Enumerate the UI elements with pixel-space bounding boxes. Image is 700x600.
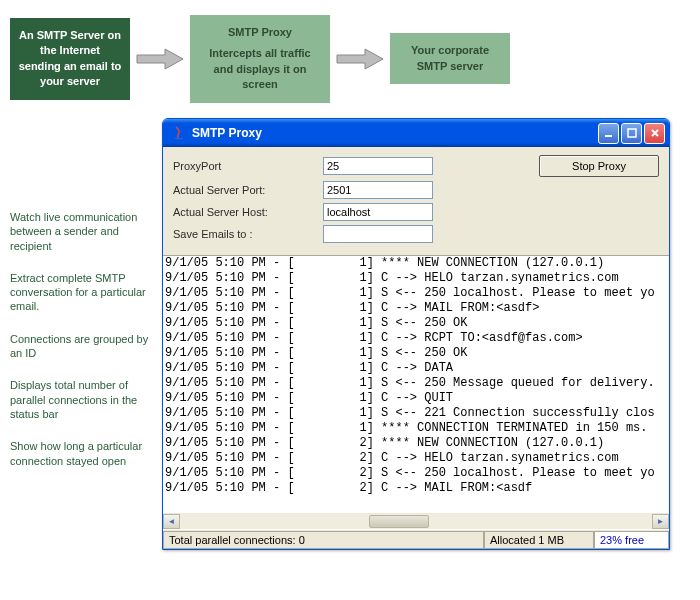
proxy-port-label: ProxyPort [173,160,323,172]
flow-box-proxy-body: Intercepts all traffic and displays it o… [198,46,322,92]
flow-box-proxy: SMTP Proxy Intercepts all traffic and di… [190,15,330,103]
side-notes: Watch live communication between a sende… [10,210,155,486]
window-title: SMTP Proxy [192,126,598,140]
flow-box-sender: An SMTP Server on the Internet sending a… [10,18,130,100]
app-window: SMTP Proxy ProxyPort Stop Proxy Actual S… [162,118,670,550]
scroll-thumb[interactable] [369,515,429,528]
note-text: Watch live communication between a sende… [10,210,155,253]
note-text: Displays total number of parallel connec… [10,378,155,421]
svg-rect-0 [605,135,612,137]
proxy-port-input[interactable] [323,157,433,175]
save-emails-label: Save Emails to : [173,228,323,240]
arrow-icon [135,47,185,71]
scroll-right-button[interactable]: ► [652,514,669,529]
horizontal-scrollbar[interactable]: ◄ ► [163,512,669,529]
status-connections: Total parallel connections: 0 [163,531,484,549]
flow-box-server: Your corporate SMTP server [390,33,510,84]
minimize-button[interactable] [598,123,619,144]
maximize-button[interactable] [621,123,642,144]
scroll-track[interactable] [180,514,652,529]
titlebar[interactable]: SMTP Proxy [163,119,669,147]
actual-server-host-label: Actual Server Host: [173,206,323,218]
svg-rect-1 [628,129,636,137]
status-allocated: Allocated 1 MB [484,531,594,549]
flow-box-proxy-title: SMTP Proxy [198,25,322,40]
note-text: Connections are grouped by an ID [10,332,155,361]
status-bar: Total parallel connections: 0 Allocated … [163,529,669,549]
stop-proxy-button[interactable]: Stop Proxy [539,155,659,177]
actual-server-host-input[interactable] [323,203,433,221]
log-output[interactable]: 9/1/05 5:10 PM - [ 1] **** NEW CONNECTIO… [163,255,669,512]
flow-diagram: An SMTP Server on the Internet sending a… [0,0,700,118]
status-free: 23% free [594,531,669,549]
java-icon [171,125,187,141]
close-button[interactable] [644,123,665,144]
arrow-icon [335,47,385,71]
actual-server-port-input[interactable] [323,181,433,199]
form-panel: ProxyPort Stop Proxy Actual Server Port:… [163,147,669,255]
scroll-left-button[interactable]: ◄ [163,514,180,529]
actual-server-port-label: Actual Server Port: [173,184,323,196]
note-text: Show how long a particular connection st… [10,439,155,468]
note-text: Extract complete SMTP conversation for a… [10,271,155,314]
window-controls [598,123,665,144]
save-emails-input[interactable] [323,225,433,243]
